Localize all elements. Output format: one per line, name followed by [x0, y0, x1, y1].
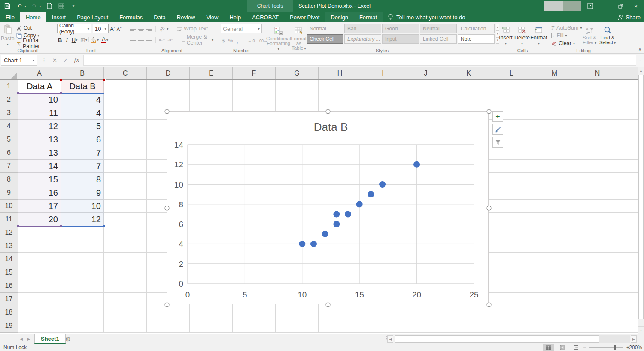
column-header-K[interactable]: K — [447, 67, 490, 79]
sort-filter-button[interactable]: AZ Sort &Filter ▾ — [580, 24, 598, 47]
select-all-corner[interactable] — [0, 67, 18, 79]
scroll-up-icon[interactable]: ▲ — [638, 67, 644, 74]
alignment-dialog-launcher[interactable] — [212, 48, 216, 52]
close-button[interactable]: × — [629, 0, 642, 12]
range-handle[interactable] — [17, 92, 19, 94]
range-handle[interactable] — [60, 79, 62, 81]
chart-styles-button[interactable] — [492, 124, 503, 135]
redo-button[interactable]: ↷ — [30, 2, 38, 10]
tab-acrobat[interactable]: ACROBAT — [246, 12, 284, 22]
undo-dropdown-icon[interactable]: ▾ — [24, 4, 26, 8]
scroll-down-icon[interactable]: ▼ — [638, 326, 644, 333]
range-handle[interactable] — [17, 225, 19, 227]
row-header-10[interactable]: 10 — [0, 200, 18, 213]
page-break-view-button[interactable] — [570, 344, 581, 351]
format-cells-button[interactable]: Format▾ — [531, 24, 547, 45]
paste-button[interactable]: Paste ▾ — [0, 22, 15, 47]
vertical-scrollbar[interactable]: ▲ ▼ — [638, 67, 644, 334]
zoom-slider-thumb[interactable] — [614, 345, 616, 350]
row-header-1[interactable]: 1 — [0, 80, 18, 93]
range-handle[interactable] — [60, 92, 62, 94]
row-header-9[interactable]: 9 — [0, 186, 18, 200]
range-fill-handle[interactable] — [103, 225, 106, 227]
align-bottom-icon[interactable] — [146, 27, 152, 31]
sheet-nav-prev-icon[interactable]: ◀ — [20, 334, 23, 344]
undo-button[interactable]: ↶ — [15, 2, 23, 10]
insert-cells-button[interactable]: Insert▾ — [498, 24, 513, 45]
row-header-7[interactable]: 7 — [0, 160, 18, 173]
row-header-14[interactable]: 14 — [0, 253, 18, 266]
name-box-splitter[interactable]: ⋮ — [42, 57, 46, 63]
normal-view-button[interactable] — [543, 344, 554, 351]
decrease-indent-icon[interactable]: ⇤≡ — [159, 38, 165, 42]
format-as-table-button[interactable]: Format asTable ▾ — [291, 24, 307, 51]
tab-data[interactable]: Data — [148, 12, 171, 22]
column-header-E[interactable]: E — [190, 67, 233, 79]
cell-style-note[interactable]: Note — [458, 34, 495, 44]
cell-style-explanatory[interactable]: Explanatory ... — [344, 34, 381, 44]
font-color-button[interactable]: A — [101, 37, 106, 43]
orientation-button[interactable]: ab — [158, 25, 166, 32]
formula-input[interactable] — [83, 55, 636, 66]
tab-format[interactable]: Format — [354, 12, 383, 22]
row-header-13[interactable]: 13 — [0, 239, 18, 253]
align-left-icon[interactable] — [130, 38, 136, 42]
number-format-combo[interactable]: General▾ — [221, 24, 262, 33]
chart-selection-handle[interactable] — [326, 109, 330, 114]
column-header-J[interactable]: J — [404, 67, 447, 79]
column-header-N[interactable]: N — [576, 67, 619, 79]
scatter-chart[interactable]: Data B051015202502468101214 — [167, 112, 489, 305]
increase-indent-icon[interactable]: ⇥≡ — [167, 38, 173, 42]
horizontal-scroll-track[interactable] — [599, 335, 630, 343]
row-header-3[interactable]: 3 — [0, 106, 18, 120]
chart-selection-handle[interactable] — [487, 109, 491, 114]
new-document-icon[interactable] — [46, 2, 53, 10]
restore-button[interactable] — [614, 0, 627, 12]
column-header-D[interactable]: D — [147, 67, 190, 79]
zoom-out-button[interactable]: − — [583, 345, 586, 351]
enter-entry-icon[interactable]: ✓ — [63, 57, 68, 64]
increase-font-size-button[interactable]: A˄ — [110, 26, 115, 32]
cell-style-normal[interactable]: Normal — [307, 24, 343, 33]
row-header-17[interactable]: 17 — [0, 293, 18, 306]
underline-button[interactable]: U — [72, 37, 76, 43]
tab-help[interactable]: Help — [224, 12, 246, 22]
name-box-dropdown-icon[interactable]: ▾ — [33, 58, 34, 62]
font-name-combo[interactable]: Calibri (Body)▾ — [57, 24, 91, 33]
column-header-F[interactable]: F — [233, 67, 276, 79]
align-middle-icon[interactable] — [138, 27, 144, 31]
row-header-12[interactable]: 12 — [0, 226, 18, 239]
cell-style-input[interactable]: Input — [382, 34, 419, 44]
autosum-button[interactable]: Σ AutoSum▾ — [550, 24, 580, 32]
row-header-16[interactable]: 16 — [0, 279, 18, 293]
clear-button[interactable]: Clear▾ — [550, 39, 580, 47]
clipboard-dialog-launcher[interactable] — [50, 48, 54, 52]
collapse-ribbon-icon[interactable]: ∧ — [638, 47, 641, 51]
table-icon[interactable] — [58, 2, 65, 10]
customize-qat-icon[interactable]: ▿ — [70, 2, 77, 10]
fill-color-button[interactable] — [90, 37, 97, 43]
chart-elements-button[interactable]: + — [492, 111, 503, 122]
cell-style-calculation[interactable]: Calculation — [458, 24, 495, 33]
chart-selection-handle[interactable] — [165, 303, 169, 307]
italic-button[interactable]: I — [66, 36, 67, 43]
column-header-I[interactable]: I — [361, 67, 404, 79]
ribbon-display-options-icon[interactable] — [584, 0, 597, 12]
tell-me-box[interactable]: Tell me what you want to do — [383, 12, 470, 22]
conditional-formatting-button[interactable]: ConditionalFormatting ▾ — [266, 24, 291, 51]
chart-selection-handle[interactable] — [487, 206, 491, 210]
insert-function-icon[interactable]: ƒx — [74, 57, 79, 64]
share-button[interactable]: Share — [618, 12, 641, 22]
decrease-font-size-button[interactable]: A˅ — [117, 26, 122, 32]
font-size-combo[interactable]: 10▾ — [93, 24, 109, 33]
row-header-11[interactable]: 11 — [0, 213, 18, 226]
tab-file[interactable]: File — [0, 12, 20, 22]
row-header-6[interactable]: 6 — [0, 146, 18, 160]
minimize-button[interactable]: − — [598, 0, 611, 12]
chart-selection-handle[interactable] — [487, 303, 491, 307]
column-header-G[interactable]: G — [276, 67, 319, 79]
range-handle[interactable] — [103, 79, 106, 81]
column-header-A[interactable]: A — [18, 67, 61, 79]
vertical-scroll-thumb[interactable] — [638, 75, 644, 319]
cancel-entry-icon[interactable]: ✕ — [52, 57, 57, 64]
